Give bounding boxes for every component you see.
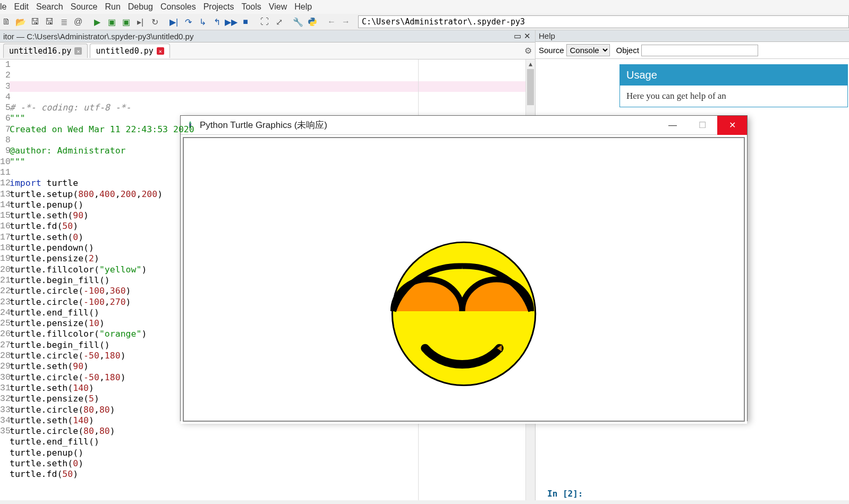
new-file-icon[interactable]: 🗎: [0, 15, 13, 28]
source-label: Source: [539, 46, 564, 55]
menu-consoles[interactable]: Consoles: [160, 2, 196, 12]
tab-label: untitled16.py: [9, 46, 71, 56]
step-in-icon[interactable]: ↳: [196, 15, 209, 28]
pane-close-icon[interactable]: ✕: [522, 31, 532, 41]
editor-title: itor — C:\Users\Administrator\.spyder-py…: [3, 32, 193, 41]
debug-icon[interactable]: ▶|: [167, 15, 180, 28]
help-title: Help: [539, 31, 555, 40]
forward-icon[interactable]: →: [339, 15, 352, 28]
source-select[interactable]: Console: [566, 44, 610, 56]
help-source-row: Source Console Object: [536, 42, 849, 59]
maximize-button[interactable]: ☐: [687, 116, 717, 135]
tab-close-icon[interactable]: ✕: [157, 47, 164, 55]
menu-view[interactable]: View: [269, 2, 287, 12]
code-editor[interactable]: 1 2 3 4 5 6 7 8 9 10 11 12 13 14 15 16 1…: [0, 59, 535, 500]
current-line-highlight: [10, 81, 535, 92]
ipython-prompt[interactable]: In [2]:: [547, 489, 583, 499]
menu-tools[interactable]: Tools: [241, 2, 261, 12]
rerun-icon[interactable]: ↻: [148, 15, 161, 28]
maximize-icon[interactable]: ⛶: [258, 15, 271, 28]
run-cell-icon[interactable]: ▣: [105, 15, 118, 28]
preferences-icon[interactable]: 🔧: [292, 15, 304, 28]
step-out-icon[interactable]: ↰: [210, 15, 223, 28]
menu-edit[interactable]: Edit: [14, 2, 29, 12]
menu-run[interactable]: Run: [105, 2, 120, 12]
menu-projects[interactable]: Projects: [203, 2, 234, 12]
usage-heading: Usage: [620, 65, 847, 86]
fullscreen-icon[interactable]: ⤢: [273, 15, 285, 28]
close-button[interactable]: ✕: [717, 116, 747, 135]
object-label: Object: [616, 46, 639, 55]
run-selection-icon[interactable]: ▸|: [134, 15, 147, 28]
code-content[interactable]: # -*- coding: utf-8 -*- """ Created on W…: [10, 59, 535, 500]
menu-source[interactable]: Source: [71, 2, 98, 12]
tab-close-icon[interactable]: ✕: [74, 47, 82, 55]
saveall-icon[interactable]: 🖫: [43, 15, 56, 28]
menu-help[interactable]: Help: [294, 2, 312, 12]
menu-debug[interactable]: Debug: [128, 2, 153, 12]
scroll-up-icon[interactable]: ▲: [526, 59, 535, 69]
stop-debug-icon[interactable]: ■: [239, 15, 252, 28]
python-path-icon[interactable]: [306, 15, 319, 28]
step-over-icon[interactable]: ↷: [182, 15, 194, 28]
continue-icon[interactable]: ▶▶: [225, 15, 237, 28]
line-gutter: 1 2 3 4 5 6 7 8 9 10 11 12 13 14 15 16 1…: [0, 59, 10, 500]
toolbar: 🗎 📂 🖫 🖫 ≣ @ ▶ ▣ ▣ ▸| ↻ ▶| ↷ ↳ ↰ ▶▶ ■ ⛶ ⤢…: [0, 14, 849, 30]
scroll-thumb[interactable]: [527, 69, 534, 105]
tab-untitled16[interactable]: untitled16.py ✕: [3, 44, 88, 58]
pane-undock-icon[interactable]: ▭: [513, 31, 522, 41]
run-icon[interactable]: ▶: [91, 15, 104, 28]
open-icon[interactable]: 📂: [14, 15, 27, 28]
menu-search[interactable]: Search: [36, 2, 63, 12]
at-icon[interactable]: @: [72, 15, 84, 28]
outline-icon[interactable]: ≣: [57, 15, 70, 28]
editor-options-icon[interactable]: ⚙: [524, 46, 532, 56]
tab-label: untitled0.py: [96, 46, 153, 56]
editor-pane: itor — C:\Users\Administrator\.spyder-py…: [0, 30, 536, 500]
working-dir-input[interactable]: [358, 15, 849, 28]
usage-text: Here you can get help of an: [620, 86, 847, 107]
tab-untitled0[interactable]: untitled0.py ✕: [90, 44, 169, 58]
menu-file[interactable]: le: [0, 2, 6, 12]
minimize-button[interactable]: —: [658, 116, 687, 135]
back-icon[interactable]: ←: [325, 15, 338, 28]
menubar: le Edit Search Source Run Debug Consoles…: [0, 0, 849, 14]
help-title-bar: Help: [536, 30, 849, 42]
save-icon[interactable]: 🖫: [29, 15, 41, 28]
editor-title-bar: itor — C:\Users\Administrator\.spyder-py…: [0, 30, 535, 42]
run-cell-advance-icon[interactable]: ▣: [120, 15, 132, 28]
usage-box: Usage Here you can get help of an: [619, 64, 848, 107]
object-input[interactable]: [641, 45, 758, 56]
editor-tabs: untitled16.py ✕ untitled0.py ✕ ⚙: [0, 42, 535, 59]
